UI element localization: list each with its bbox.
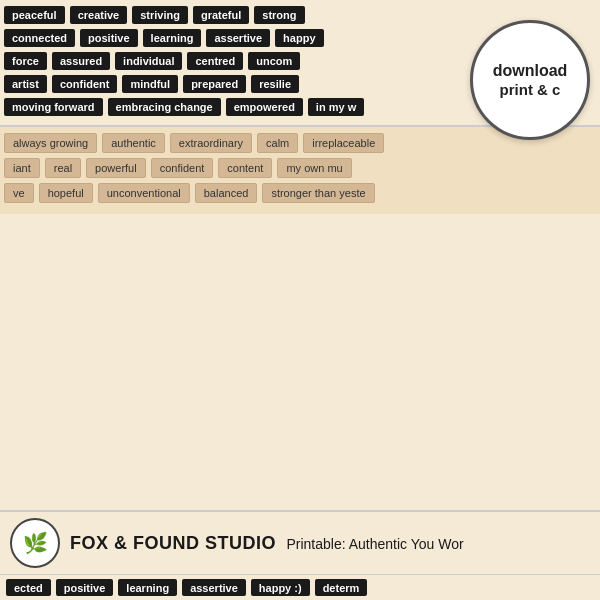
footer-text: FOX & FOUND STUDIO Printable: Authentic … [70,533,464,554]
tag-iant: iant [4,158,40,178]
footer-brand: FOX & FOUND STUDIO [70,533,276,553]
tag-always-growing: always growing [4,133,97,153]
tag-extraordinary: extraordinary [170,133,252,153]
footer-tag-learning: learning [118,579,177,596]
footer-main: 🌿 FOX & FOUND STUDIO Printable: Authenti… [0,512,600,575]
footer-tag-positive: positive [56,579,114,596]
tag-powerful: powerful [86,158,146,178]
tag-embracing-change: embracing change [108,98,221,116]
tag-balanced: balanced [195,183,258,203]
tan-row-2: iant real powerful confident content my … [4,158,596,178]
tag-resilie: resilie [251,75,299,93]
footer-subtitle: Printable: Authentic You Wor [286,536,463,552]
tag-happy: happy [275,29,323,47]
tag-confident-b: confident [52,75,118,93]
tag-artist: artist [4,75,47,93]
tag-moving-forward: moving forward [4,98,103,116]
tan-row-1: always growing authentic extraordinary c… [4,133,596,153]
tag-ve: ve [4,183,34,203]
tag-strong: strong [254,6,304,24]
circle-line1: download [493,61,568,80]
tag-in-my-w: in my w [308,98,364,116]
tag-calm: calm [257,133,298,153]
tag-learning: learning [143,29,202,47]
tan-section: always growing authentic extraordinary c… [0,127,600,214]
tag-grateful: grateful [193,6,249,24]
tag-mindful: mindful [122,75,178,93]
circle-overlay: download print & c [470,20,590,140]
tag-my-own-mu: my own mu [277,158,351,178]
tag-real: real [45,158,81,178]
tag-row-1: peaceful creative striving grateful stro… [4,6,596,24]
leaf-icon: 🌿 [23,531,48,555]
tag-individual: individual [115,52,182,70]
tag-unconventional: unconventional [98,183,190,203]
footer-tags-row: ected positive learning assertive happy … [0,575,600,600]
tag-hopeful: hopeful [39,183,93,203]
tan-row-3: ve hopeful unconventional balanced stron… [4,183,596,203]
tag-stronger-than: stronger than yeste [262,183,374,203]
footer-section: 🌿 FOX & FOUND STUDIO Printable: Authenti… [0,510,600,600]
footer-tag-ected: ected [6,579,51,596]
footer-tag-happy: happy :) [251,579,310,596]
footer-tag-determ: determ [315,579,368,596]
tag-confident-t: confident [151,158,214,178]
tag-prepared: prepared [183,75,246,93]
tag-peaceful: peaceful [4,6,65,24]
circle-line2: print & c [500,81,561,99]
tag-uncom: uncom [248,52,300,70]
footer-logo: 🌿 [10,518,60,568]
tag-authentic: authentic [102,133,165,153]
tag-force: force [4,52,47,70]
tag-striving: striving [132,6,188,24]
tag-empowered: empowered [226,98,303,116]
tag-creative: creative [70,6,128,24]
footer-tag-assertive: assertive [182,579,246,596]
tag-assertive: assertive [206,29,270,47]
tag-content: content [218,158,272,178]
tag-assured: assured [52,52,110,70]
tag-positive: positive [80,29,138,47]
tag-connected: connected [4,29,75,47]
tag-irreplaceable: irreplaceable [303,133,384,153]
tag-centred: centred [187,52,243,70]
